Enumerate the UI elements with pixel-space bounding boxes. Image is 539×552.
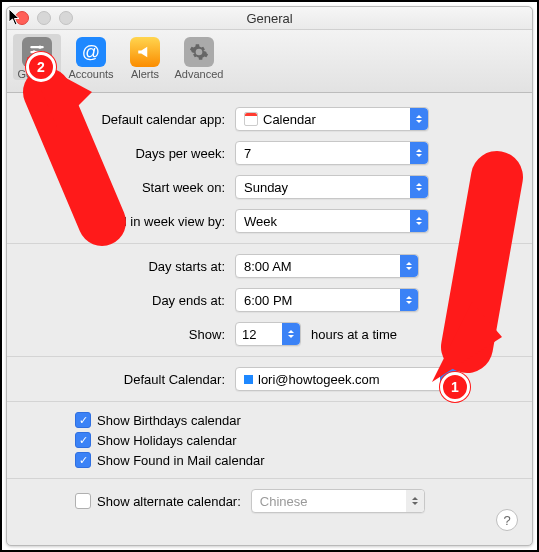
divider — [7, 356, 532, 357]
default-app-select[interactable]: Calendar — [235, 107, 429, 131]
show-hours-label: Show: — [25, 327, 235, 342]
default-app-label: Default calendar app: — [25, 112, 235, 127]
calendar-color-swatch — [244, 375, 253, 384]
alternate-calendar-select[interactable]: Chinese — [251, 489, 425, 513]
tab-label: Alerts — [131, 68, 159, 80]
help-button[interactable]: ? — [496, 509, 518, 531]
calendar-app-icon — [244, 112, 258, 126]
divider — [7, 478, 532, 479]
tab-label: General — [17, 68, 56, 80]
divider — [7, 243, 532, 244]
show-mail-checkbox[interactable]: Show Found in Mail calendar — [75, 452, 514, 468]
tab-advanced[interactable]: Advanced — [175, 34, 223, 80]
svg-point-3 — [38, 45, 41, 48]
tab-alerts[interactable]: Alerts — [121, 34, 169, 80]
svg-rect-1 — [30, 51, 44, 53]
show-alternate-checkbox[interactable] — [75, 493, 91, 509]
days-per-week-label: Days per week: — [25, 146, 235, 161]
show-hours-suffix: hours at a time — [311, 327, 397, 342]
day-starts-label: Day starts at: — [25, 259, 235, 274]
accounts-icon: @ — [76, 37, 106, 67]
chevron-updown-icon — [410, 108, 428, 130]
gear-icon — [189, 42, 209, 62]
chevron-updown-icon — [406, 490, 424, 512]
day-ends-label: Day ends at: — [25, 293, 235, 308]
general-icon — [22, 37, 52, 67]
show-birthdays-checkbox[interactable]: Show Birthdays calendar — [75, 412, 514, 428]
select-value: 6:00 PM — [244, 293, 292, 308]
chevron-updown-icon — [410, 176, 428, 198]
days-per-week-select[interactable]: 7 — [235, 141, 429, 165]
select-value: Sunday — [244, 180, 288, 195]
chevron-updown-icon — [410, 142, 428, 164]
tab-label: Advanced — [175, 68, 224, 80]
checkbox-icon — [75, 412, 91, 428]
select-value: Week — [244, 214, 277, 229]
svg-point-5 — [38, 55, 41, 58]
checkbox-icon — [75, 452, 91, 468]
tab-label: Accounts — [68, 68, 113, 80]
select-value: 12 — [242, 327, 256, 342]
advanced-icon — [184, 37, 214, 67]
select-value: 8:00 AM — [244, 259, 292, 274]
start-week-on-label: Start week on: — [25, 180, 235, 195]
chevron-updown-icon — [410, 210, 428, 232]
tab-accounts[interactable]: @ Accounts — [67, 34, 115, 80]
divider — [7, 401, 532, 402]
default-calendar-select[interactable]: lori@howtogeek.com — [235, 367, 459, 391]
checkbox-icon — [75, 432, 91, 448]
checkbox-label: Show alternate calendar: — [97, 494, 241, 509]
checkbox-label: Show Found in Mail calendar — [97, 453, 265, 468]
select-value: Calendar — [263, 112, 316, 127]
chevron-updown-icon — [400, 289, 418, 311]
megaphone-icon — [136, 43, 154, 61]
checkbox-label: Show Birthdays calendar — [97, 413, 241, 428]
select-value: lori@howtogeek.com — [258, 372, 380, 387]
day-starts-select[interactable]: 8:00 AM — [235, 254, 419, 278]
titlebar: General — [7, 7, 532, 30]
start-week-on-select[interactable]: Sunday — [235, 175, 429, 199]
svg-rect-2 — [30, 56, 44, 58]
checkbox-label: Show Holidays calendar — [97, 433, 236, 448]
svg-rect-0 — [30, 46, 44, 48]
select-value: 7 — [244, 146, 251, 161]
scroll-week-view-label: Scroll in week view by: — [25, 214, 235, 229]
tab-general[interactable]: General — [13, 34, 61, 80]
window-title: General — [7, 11, 532, 26]
select-value: Chinese — [260, 494, 308, 509]
show-hours-select[interactable]: 12 — [235, 322, 301, 346]
show-holidays-checkbox[interactable]: Show Holidays calendar — [75, 432, 514, 448]
chevron-updown-icon — [282, 323, 300, 345]
chevron-updown-icon — [440, 368, 458, 390]
alerts-icon — [130, 37, 160, 67]
preferences-toolbar: General @ Accounts Alerts Advanced — [7, 30, 532, 93]
switches-icon — [28, 43, 46, 61]
svg-point-4 — [32, 50, 35, 53]
day-ends-select[interactable]: 6:00 PM — [235, 288, 419, 312]
chevron-updown-icon — [400, 255, 418, 277]
scroll-week-view-select[interactable]: Week — [235, 209, 429, 233]
default-calendar-label: Default Calendar: — [25, 372, 235, 387]
preferences-content: Default calendar app: Calendar Days per … — [7, 93, 532, 525]
